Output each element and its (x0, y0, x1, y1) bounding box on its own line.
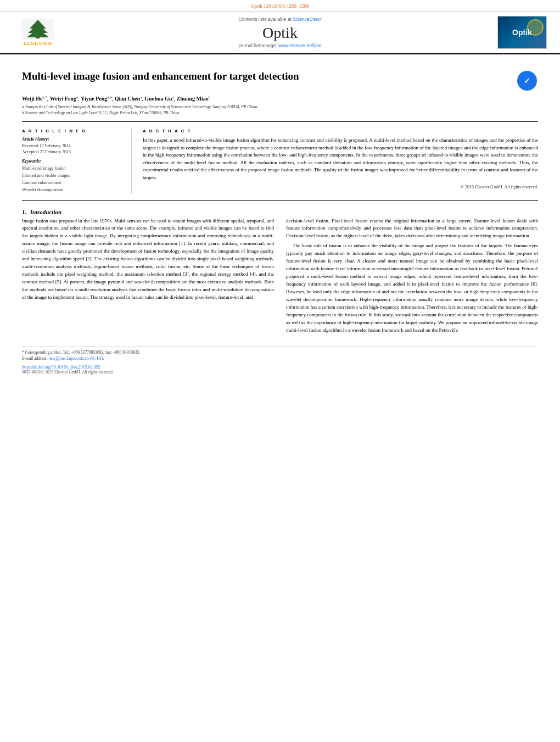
affiliations: a Jiangsu Key Lab of Spectral Imaging & … (22, 104, 538, 116)
author-guohua-gu: Guohua Gu (144, 96, 172, 102)
corresponding-author-text: * Corresponding author. Tel.: +086 13770… (22, 350, 140, 355)
article-title-section: Multi-level image fusion and enhancement… (22, 60, 538, 122)
body-col-left: Image fusion was proposed in the late 19… (22, 217, 274, 337)
elsevier-logo: ELSEVIER (13, 18, 63, 48)
intro-para3: The basic role of fusion is to enhance t… (286, 242, 538, 334)
crossmark-logo: ✓ (516, 70, 538, 92)
copyright-line: © 2015 Elsevier GmbH. All rights reserve… (143, 185, 538, 189)
doi-text[interactable]: http://dx.doi.org/10.1016/j.ijleo.2015.0… (22, 365, 100, 370)
keywords-label: Keywords: (22, 159, 125, 164)
author-weiyi-feng: Weiyi Feng (50, 96, 76, 102)
email-address: hewj@mail.njust.edu.cn (W. He). (49, 356, 104, 361)
journal-citation: Optik 126 (2015) 1203–1208 (251, 3, 309, 9)
crossmark-icon: ✓ (517, 71, 537, 91)
body-col-right: decision-level fusion. Pixel-level fusio… (286, 217, 538, 337)
intro-para1: Image fusion was proposed in the late 19… (22, 217, 274, 302)
journal-homepage: journal homepage: www.elsevier.de/ijleo (74, 43, 486, 48)
contents-line: Contents lists available at ScienceDirec… (74, 16, 486, 22)
sciencedirect-link[interactable]: ScienceDirect (293, 16, 321, 22)
author-zhuang-miao: Zhuang Miao (177, 96, 209, 102)
article-title-row: Multi-level image fusion and enhancement… (22, 70, 538, 92)
section1-title: Introduction (30, 209, 61, 215)
journal-center: Contents lists available at ScienceDirec… (63, 16, 497, 48)
article-info-abstract-section: A R T I C L E I N F O Article history: R… (22, 129, 538, 200)
elsevier-tree-icon (21, 19, 54, 40)
article-title: Multi-level image fusion and enhancement… (22, 70, 511, 83)
footnote-section: * Corresponding author. Tel.: +086 13770… (22, 347, 538, 362)
keyword-3: Contrast enhancement (22, 180, 125, 187)
elsevier-label: ELSEVIER (24, 41, 53, 46)
corresponding-author-note: * Corresponding author. Tel.: +086 13770… (22, 349, 538, 355)
abstract-col: A B S T R A C T In this paper, a novel i… (143, 129, 538, 193)
email-label: E-mail address: (22, 356, 48, 361)
received-date: Received 17 February 2014 (22, 143, 125, 148)
article-info-header: A R T I C L E I N F O (22, 129, 125, 133)
journal-citation-bar: Optik 126 (2015) 1203–1208 (0, 0, 560, 12)
email-note: E-mail address: hewj@mail.njust.edu.cn (… (22, 355, 538, 361)
abstract-text: In this paper, a novel infrared-to-visib… (143, 137, 538, 181)
optik-logo: Optik (497, 16, 547, 49)
authors-line: Weiji Hea,*, Weiyi Fenga, Yiyue Penga,b,… (22, 95, 538, 102)
doi-line[interactable]: http://dx.doi.org/10.1016/j.ijleo.2015.0… (22, 365, 538, 370)
introduction-section: 1. Introduction Image fusion was propose… (22, 209, 538, 337)
journal-header: ELSEVIER Contents lists available at Sci… (0, 12, 560, 54)
author-weiji-he: Weiji He (22, 96, 43, 102)
issn-text: 0030-4026/© 2015 Elsevier GmbH. All righ… (22, 370, 114, 375)
section1-body: Image fusion was proposed in the late 19… (22, 217, 538, 337)
page: Optik 126 (2015) 1203–1208 ELSEVIER Cont… (0, 0, 560, 742)
accepted-date: Accepted 27 February 2015 (22, 149, 125, 154)
article-history-label: Article history: (22, 137, 125, 142)
main-content: Multi-level image fusion and enhancement… (0, 54, 560, 380)
author-yiyue-peng: Yiyue Peng (81, 96, 107, 102)
journal-name: Optik (74, 24, 486, 42)
contents-text: Contents lists available at (238, 16, 293, 22)
article-info-col: A R T I C L E I N F O Article history: R… (22, 129, 132, 193)
affiliation-a: a Jiangsu Key Lab of Spectral Imaging & … (22, 104, 538, 110)
keyword-2: Infrared and visible images (22, 172, 125, 180)
homepage-text: journal homepage: (238, 43, 278, 48)
abstract-header: A B S T R A C T (143, 129, 538, 133)
issn-line: 0030-4026/© 2015 Elsevier GmbH. All righ… (22, 370, 538, 375)
intro-para2: decision-level fusion. Pixel-level fusio… (286, 217, 538, 241)
keyword-4: Wavelet decomposition (22, 187, 125, 194)
section1-heading: 1. Introduction (22, 209, 538, 215)
homepage-link[interactable]: www.elsevier.de/ijleo (278, 43, 321, 48)
affiliation-b: b Science and Technology on Low Light Le… (22, 110, 538, 116)
keyword-1: Multi-level image fusion (22, 165, 125, 172)
section1-number: 1. (22, 209, 26, 215)
author-qian-chen: Qian Chen (115, 96, 140, 102)
optik-logo-text: Optik (512, 28, 532, 37)
